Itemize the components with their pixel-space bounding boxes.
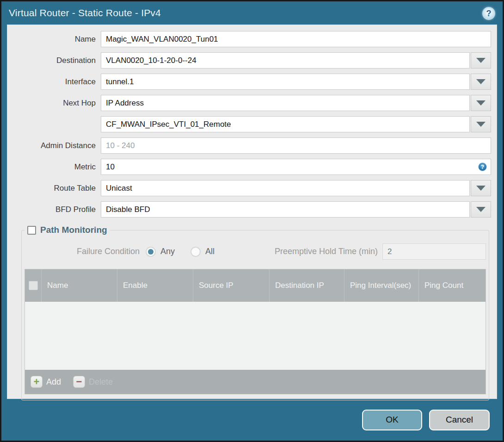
help-icon[interactable]: ? (482, 7, 495, 20)
column-header-destination-ip[interactable]: Destination IP (270, 269, 344, 302)
add-button[interactable]: + Add (31, 376, 61, 388)
radio-any-label: Any (160, 247, 175, 256)
minus-icon: − (73, 376, 85, 388)
cancel-button[interactable]: Cancel (429, 410, 490, 430)
preemptive-hold-time-input[interactable] (382, 243, 486, 260)
route-table-dropdown-button[interactable] (471, 180, 491, 196)
select-all-checkbox[interactable] (29, 281, 38, 290)
next-hop-dropdown-button[interactable] (471, 95, 491, 111)
chevron-down-icon (476, 100, 486, 106)
column-header-name[interactable]: Name (42, 269, 117, 302)
admin-distance-label: Admin Distance (13, 141, 101, 150)
form-row-destination: Destination (13, 52, 491, 68)
form-row-route-table: Route Table (13, 180, 491, 196)
name-label: Name (13, 35, 101, 44)
select-all-cell (25, 269, 42, 302)
delete-button[interactable]: − Delete (73, 376, 113, 388)
path-monitoring-table: Name Enable Source IP Destination IP Pin… (25, 269, 486, 394)
form-row-metric: Metric ? (13, 159, 491, 175)
path-monitoring-legend: Path Monitoring (25, 225, 110, 235)
column-header-ping-count[interactable]: Ping Count (419, 269, 486, 302)
chevron-down-icon (476, 186, 486, 191)
next-hop-address-dropdown-button[interactable] (471, 116, 491, 132)
interface-label: Interface (13, 77, 101, 87)
add-button-label: Add (46, 377, 61, 387)
failure-condition-radio-group: Any All (146, 247, 215, 257)
failure-condition-label: Failure Condition (25, 247, 146, 256)
form-row-interface: Interface (13, 74, 491, 90)
radio-all-label: All (205, 247, 215, 256)
interface-input[interactable] (101, 74, 470, 90)
form-row-admin-distance: Admin Distance (13, 137, 491, 154)
radio-unselected-icon[interactable] (191, 247, 201, 257)
destination-label: Destination (13, 56, 101, 65)
admin-distance-input[interactable] (101, 137, 491, 154)
form-row-bfd-profile: BFD Profile (13, 201, 491, 218)
form-row-name: Name (13, 31, 491, 47)
metric-input[interactable] (101, 159, 491, 175)
form-row-next-hop-address (13, 116, 491, 132)
interface-dropdown-button[interactable] (471, 74, 491, 90)
info-icon[interactable]: ? (478, 162, 487, 171)
destination-dropdown-button[interactable] (471, 52, 491, 68)
static-route-dialog: Virtual Router - Static Route - IPv4 ? N… (0, 0, 504, 442)
route-table-select[interactable] (101, 180, 470, 196)
path-monitoring-checkbox[interactable] (27, 226, 36, 235)
column-header-ping-interval[interactable]: Ping Interval(sec) (344, 269, 419, 302)
chevron-down-icon (476, 79, 486, 84)
next-hop-label: Next Hop (13, 99, 101, 108)
chevron-down-icon (476, 58, 486, 63)
column-header-enable[interactable]: Enable (117, 269, 193, 302)
bfd-profile-select[interactable] (101, 201, 470, 218)
destination-input[interactable] (101, 52, 470, 68)
table-header: Name Enable Source IP Destination IP Pin… (25, 269, 486, 302)
metric-label: Metric (13, 162, 101, 172)
table-body-empty (25, 302, 486, 370)
path-monitoring-title: Path Monitoring (40, 225, 107, 235)
bfd-profile-dropdown-button[interactable] (471, 201, 491, 218)
radio-any[interactable]: Any (146, 247, 175, 257)
bfd-profile-label: BFD Profile (13, 205, 101, 214)
path-monitoring-section: Path Monitoring Failure Condition Any Al… (21, 225, 489, 400)
chevron-down-icon (476, 122, 486, 127)
title-bar: Virtual Router - Static Route - IPv4 ? (1, 1, 503, 25)
preemptive-hold-time-label: Preemptive Hold Time (min) (275, 247, 382, 256)
next-hop-address-input[interactable] (101, 116, 470, 132)
dialog-footer: OK Cancel (1, 399, 503, 441)
chevron-down-icon (476, 207, 486, 212)
next-hop-select[interactable] (101, 95, 470, 111)
form-row-next-hop: Next Hop (13, 95, 491, 111)
path-monitoring-controls: Failure Condition Any All Preemptive Hol… (25, 243, 486, 260)
table-toolbar: + Add − Delete (25, 370, 486, 394)
route-table-label: Route Table (13, 184, 101, 193)
radio-all[interactable]: All (191, 247, 215, 257)
name-input[interactable] (101, 31, 491, 47)
radio-selected-icon[interactable] (146, 247, 156, 257)
column-header-source-ip[interactable]: Source IP (193, 269, 270, 302)
ok-button[interactable]: OK (362, 410, 422, 430)
plus-icon: + (31, 376, 43, 388)
dialog-content: Name Destination Interface (7, 25, 497, 399)
dialog-title: Virtual Router - Static Route - IPv4 (9, 7, 161, 19)
delete-button-label: Delete (89, 377, 113, 387)
